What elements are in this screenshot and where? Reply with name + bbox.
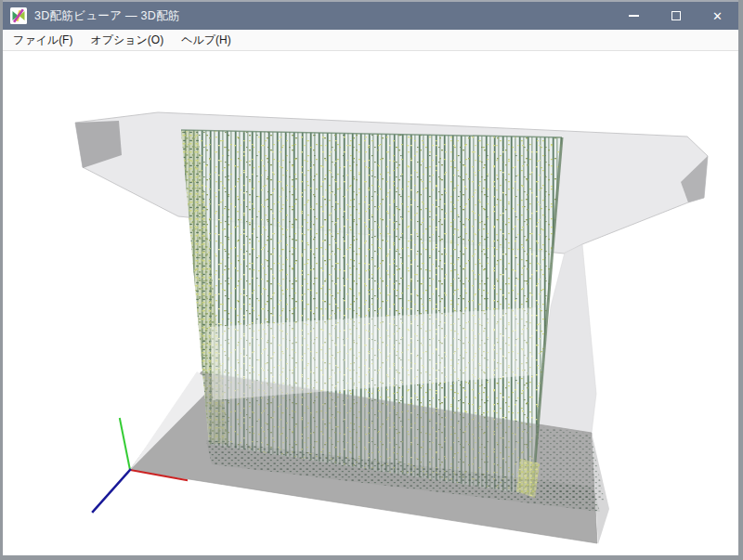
menu-bar: ファイル(F) オプション(O) ヘルプ(H) <box>3 30 738 51</box>
title-bar[interactable]: 3D配筋ビューア — 3D配筋 ✕ <box>3 2 738 30</box>
maximize-icon <box>671 11 681 20</box>
window-title: 3D配筋ビューア — 3D配筋 <box>34 8 180 24</box>
app-window: 3D配筋ビューア — 3D配筋 ✕ ファイル(F) オプション(O) ヘルプ(H… <box>0 0 743 560</box>
rebar-viewer-app-icon <box>10 7 27 24</box>
3d-scene[interactable] <box>3 51 738 555</box>
maximize-button[interactable] <box>655 2 697 30</box>
menu-item-file[interactable]: ファイル(F) <box>5 30 81 51</box>
menu-item-options[interactable]: オプション(O) <box>82 30 172 51</box>
minimize-button[interactable] <box>613 2 655 30</box>
close-button[interactable]: ✕ <box>697 2 738 30</box>
close-icon: ✕ <box>712 10 723 22</box>
minimize-icon <box>629 15 639 17</box>
pier-column-rebar-cage[interactable] <box>181 130 562 495</box>
menu-item-help[interactable]: ヘルプ(H) <box>173 30 240 51</box>
window-controls: ✕ <box>613 2 738 30</box>
3d-viewport[interactable] <box>3 51 738 555</box>
